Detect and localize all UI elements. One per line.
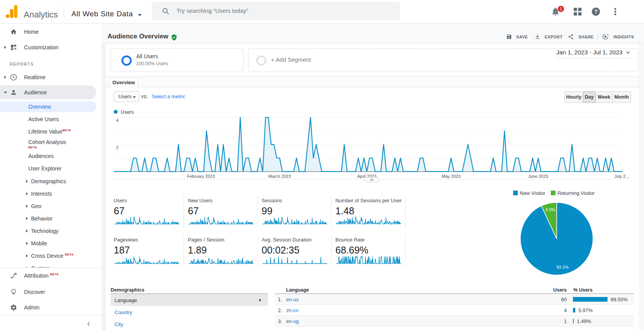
svg-text:93.1%: 93.1%	[556, 265, 568, 269]
svg-text:June 2023: June 2023	[528, 174, 548, 179]
svg-text:?: ?	[594, 9, 598, 15]
svg-text:4: 4	[116, 118, 118, 123]
svg-text:July 2…: July 2…	[614, 174, 630, 179]
svg-text:1: 1	[560, 7, 562, 11]
svg-text:May 2023: May 2023	[442, 174, 460, 179]
svg-text:March 2023: March 2023	[268, 174, 291, 179]
svg-text:February 2023: February 2023	[187, 174, 215, 179]
svg-text:6.9%: 6.9%	[545, 207, 555, 212]
svg-text:2: 2	[116, 145, 118, 150]
